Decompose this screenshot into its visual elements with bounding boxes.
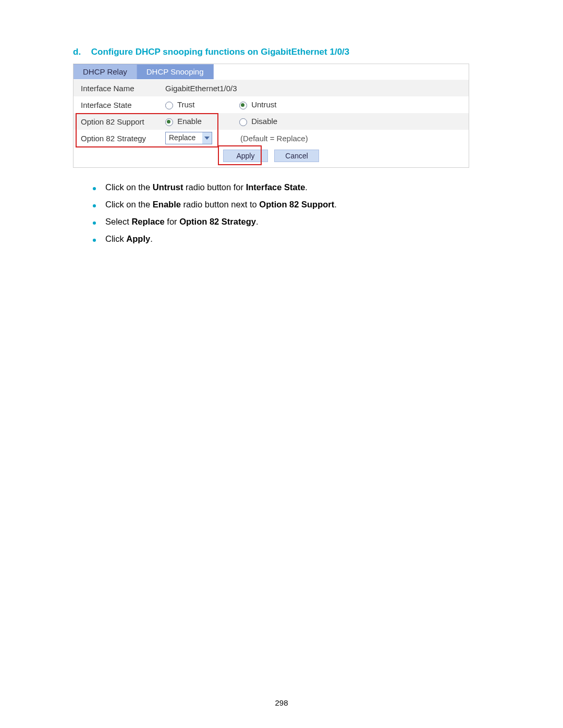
section-heading: d. Configure DHCP snooping functions on … <box>73 47 490 57</box>
tab-bar: DHCP RelayDHCP Snooping <box>74 64 469 80</box>
list-item: Select Replace for Option 82 Strategy. <box>93 217 490 227</box>
instr1-post: . <box>305 182 308 192</box>
row-interface-state: Interface State Trust Untrust <box>74 96 469 113</box>
instr2-bold1: Enable <box>153 200 181 209</box>
label-option82-support: Option 82 Support <box>74 113 158 130</box>
radio-untrust[interactable] <box>239 102 247 109</box>
select-value: Replace <box>166 132 202 144</box>
instr4-post: . <box>150 234 153 243</box>
heading-prefix: d. <box>73 47 89 57</box>
label-interface-state: Interface State <box>74 96 158 113</box>
bullet-icon <box>93 239 96 242</box>
instr3-bold1: Replace <box>131 217 164 226</box>
radio-enable-label: Enable <box>177 117 202 126</box>
bullet-icon <box>93 204 96 207</box>
default-note: (Default = Replace) <box>240 134 308 143</box>
tab-dhcp-relay[interactable]: DHCP Relay <box>74 64 137 79</box>
row-interface-name: Interface Name GigabitEthernet1/0/3 <box>74 80 469 96</box>
instr3-bold2: Option 82 Strategy <box>179 217 256 226</box>
label-interface-name: Interface Name <box>74 80 158 96</box>
config-screenshot: DHCP RelayDHCP Snooping Interface Name G… <box>73 64 469 168</box>
instr1-bold2: Interface State <box>246 182 305 192</box>
select-option82-strategy[interactable]: Replace <box>165 132 212 144</box>
row-option82-support: Option 82 Support Enable Disable <box>74 113 469 130</box>
form-buttons-row: Apply Cancel <box>74 146 469 167</box>
page-number: 298 <box>0 698 563 707</box>
list-item: Click on the Enable radio button next to… <box>93 200 490 209</box>
radio-trust-label: Trust <box>177 100 195 109</box>
label-option82-strategy: Option 82 Strategy <box>74 130 158 146</box>
instr1-pre: Click on the <box>105 182 153 192</box>
instr1-bold1: Untrust <box>153 182 183 192</box>
apply-button[interactable]: Apply <box>223 150 268 162</box>
svg-marker-0 <box>204 137 210 140</box>
instr4-pre: Click <box>105 234 126 243</box>
radio-enable[interactable] <box>165 118 173 126</box>
radio-disable-label: Disable <box>251 117 277 126</box>
radio-trust[interactable] <box>165 102 173 109</box>
instr2-post: . <box>334 200 337 209</box>
list-item: Click Apply. <box>93 234 490 244</box>
row-option82-strategy: Option 82 Strategy Replace (Default = Re… <box>74 130 469 146</box>
list-item: Click on the Untrust radio button for In… <box>93 182 490 192</box>
radio-disable[interactable] <box>239 118 247 126</box>
instr2-mid: radio button next to <box>181 200 259 209</box>
chevron-down-icon <box>202 132 212 144</box>
instr2-pre: Click on the <box>105 200 153 209</box>
tab-dhcp-snooping[interactable]: DHCP Snooping <box>137 64 214 79</box>
instr4-bold1: Apply <box>126 234 150 243</box>
instr2-bold2: Option 82 Support <box>259 200 334 209</box>
instruction-list: Click on the Untrust radio button for In… <box>93 182 490 244</box>
value-interface-name: GigabitEthernet1/0/3 <box>158 80 469 96</box>
cancel-button[interactable]: Cancel <box>274 150 319 162</box>
config-form-table: Interface Name GigabitEthernet1/0/3 Inte… <box>74 80 469 146</box>
heading-text: Configure DHCP snooping functions on Gig… <box>91 47 350 57</box>
instr3-post: . <box>256 217 259 226</box>
bullet-icon <box>93 187 96 190</box>
instr3-mid: for <box>165 217 179 226</box>
instr1-mid: radio button for <box>183 182 246 192</box>
radio-untrust-label: Untrust <box>251 100 276 109</box>
bullet-icon <box>93 221 96 225</box>
instr3-pre: Select <box>105 217 131 226</box>
